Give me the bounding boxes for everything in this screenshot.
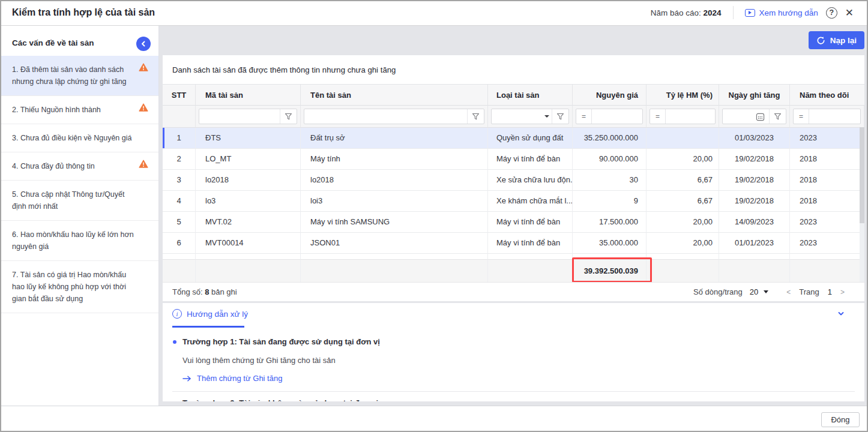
filter-funnel-icon[interactable] bbox=[467, 109, 484, 124]
bullet-icon bbox=[173, 340, 176, 344]
filter-cell-ma bbox=[196, 106, 301, 128]
close-icon[interactable]: ✕ bbox=[845, 8, 854, 18]
table-row-5[interactable]: 5MVT.02Máy vi tính SAMSUNGMáy vi tính để… bbox=[163, 212, 864, 233]
table-row-1[interactable]: 1ĐTSĐất trụ sởQuyền sử dụng đất35.250.00… bbox=[163, 128, 864, 149]
filter-input-nguyen-gia[interactable] bbox=[592, 109, 642, 124]
cell-nam: 2023 bbox=[790, 233, 864, 254]
cell-loai: Máy vi tính để bàn bbox=[488, 233, 573, 254]
filter-funnel-icon[interactable] bbox=[552, 109, 568, 124]
dropdown-caret-icon[interactable] bbox=[544, 115, 549, 118]
per-page-label: Số dòng/trang bbox=[693, 287, 743, 296]
cell-stt: 5 bbox=[163, 212, 196, 233]
col-header-nguyen-gia[interactable]: Nguyên giá bbox=[573, 85, 646, 106]
filter-cell-ngay bbox=[719, 106, 790, 128]
sidebar-item-4[interactable]: 4. Chưa đầy đủ thông tin bbox=[0, 152, 158, 181]
col-header-nam-theo-doi[interactable]: Năm theo dõi bbox=[790, 85, 864, 106]
filter-funnel-icon[interactable] bbox=[769, 109, 786, 124]
equals-operator[interactable]: = bbox=[650, 109, 666, 124]
cell-stt: 3 bbox=[163, 170, 196, 191]
table-body: 1ĐTSĐất trụ sởQuyền sử dụng đất35.250.00… bbox=[163, 128, 864, 254]
sidebar-item-3[interactable]: 3. Chưa đủ điều kiện về Nguyên giá bbox=[0, 124, 158, 152]
cell-loai: Quyền sử dụng đất bbox=[488, 128, 573, 149]
table-row-4[interactable]: 4lo3loi3Xe khám chữa mắt l...96,6719/02/… bbox=[163, 191, 864, 212]
col-header-ty-le-hm[interactable]: Tỷ lệ HM (%) bbox=[646, 85, 719, 106]
calendar-icon[interactable] bbox=[752, 109, 769, 124]
help-icon[interactable]: ? bbox=[826, 7, 837, 19]
sidebar-item-5[interactable]: 5. Chưa cập nhật Thông tư/Quyết định mới… bbox=[0, 181, 158, 221]
sidebar-item-label: 7. Tài sản có giá trị Hao mòn/khấu hao l… bbox=[12, 271, 126, 303]
cell-ngay: 01/01/2023 bbox=[719, 233, 790, 254]
table-row-2[interactable]: 2LO_MTMáy tínhMáy vi tính để bàn90.000.0… bbox=[163, 149, 864, 170]
table-filter-row: = = = bbox=[163, 106, 864, 128]
warning-icon bbox=[139, 160, 148, 172]
cell-ten: Máy tính bbox=[301, 149, 488, 170]
sidebar-item-label: 4. Chưa đầy đủ thông tin bbox=[12, 162, 95, 170]
cell-nam: 2023 bbox=[790, 128, 864, 149]
cell-gia: 17.500.000 bbox=[573, 212, 646, 233]
cell-nam: 2018 bbox=[790, 149, 864, 170]
table-summary-row: 39.392.500.039 bbox=[163, 259, 864, 282]
filter-cell-ten bbox=[301, 106, 488, 128]
sidebar-item-6[interactable]: 6. Hao mòn/khấu hao lũy kế lớn hơn nguyê… bbox=[0, 221, 158, 261]
cell-gia: 30 bbox=[573, 170, 646, 191]
cell-loai: Máy vi tính để bàn bbox=[488, 212, 573, 233]
filter-input-ngay[interactable] bbox=[723, 109, 752, 124]
filter-funnel-icon[interactable] bbox=[280, 109, 297, 124]
reload-button[interactable]: Nạp lại bbox=[809, 31, 864, 49]
col-header-loai-tai-san[interactable]: Loại tài sản bbox=[488, 85, 573, 106]
filter-input-ten[interactable] bbox=[304, 109, 467, 124]
cell-loai: Máy vi tính để bàn bbox=[488, 149, 573, 170]
prev-page-button[interactable]: < bbox=[786, 288, 791, 296]
next-page-button[interactable]: > bbox=[840, 288, 845, 296]
per-page-caret-icon[interactable] bbox=[764, 290, 768, 293]
asset-table-panel: Danh sách tài sản đã được thêm thông tin… bbox=[163, 55, 864, 301]
table-row-6[interactable]: 6MVT00014JSON01Máy vi tính để bàn35.000.… bbox=[163, 233, 864, 254]
report-year-label: Năm báo cáo: 2024 bbox=[651, 8, 722, 17]
table-row-3[interactable]: 3lo2018lo2018Xe sửa chữa lưu độn...306,6… bbox=[163, 170, 864, 191]
cell-ten: JSON01 bbox=[301, 233, 488, 254]
collapse-sidebar-button[interactable] bbox=[136, 37, 151, 51]
vertical-scrollbar[interactable] bbox=[860, 127, 864, 282]
cell-stt: 2 bbox=[163, 149, 196, 170]
cell-gia: 35.000.000 bbox=[573, 233, 646, 254]
filter-input-nam[interactable] bbox=[809, 109, 860, 124]
cell-ngay: 19/02/2018 bbox=[719, 191, 790, 212]
cell-gia: 90.000.000 bbox=[573, 149, 646, 170]
cell-tyle: 20,00 bbox=[646, 149, 719, 170]
view-guide-link[interactable]: Xem hướng dẫn bbox=[745, 8, 818, 17]
info-icon: i bbox=[172, 309, 182, 319]
filter-input-ma[interactable] bbox=[199, 109, 280, 124]
guidance-tab[interactable]: i Hướng dẫn xử lý bbox=[172, 309, 248, 319]
issues-sidebar: Các vấn đề về tài sản 1. Đã thêm tài sản… bbox=[0, 26, 159, 406]
equals-operator[interactable]: = bbox=[794, 109, 809, 124]
col-header-ten-tai-san[interactable]: Tên tài sản bbox=[301, 85, 488, 106]
cell-gia: 9 bbox=[573, 191, 646, 212]
cell-ma: ĐTS bbox=[196, 128, 301, 149]
cell-ngay: 19/02/2018 bbox=[719, 170, 790, 191]
scrollbar-thumb[interactable] bbox=[860, 127, 864, 223]
sidebar-item-2[interactable]: 2. Thiếu Nguồn hình thành bbox=[0, 96, 158, 124]
cell-ngay: 19/02/2018 bbox=[719, 149, 790, 170]
cell-nam: 2018 bbox=[790, 191, 864, 212]
col-header-ma-tai-san[interactable]: Mã tài sản bbox=[196, 85, 301, 106]
equals-operator[interactable]: = bbox=[576, 109, 592, 124]
guidance-case1: Trường hợp 1: Tài sản đang được sử dụng … bbox=[173, 337, 380, 346]
add-increase-voucher-link[interactable]: Thêm chứng từ Ghi tăng bbox=[182, 374, 282, 383]
sidebar-item-1[interactable]: 1. Đã thêm tài sản vào danh sách nhưng c… bbox=[0, 56, 158, 96]
collapse-guidance-icon[interactable] bbox=[837, 310, 845, 320]
col-header-stt[interactable]: STT bbox=[163, 85, 196, 106]
filter-input-ty-le[interactable] bbox=[666, 109, 715, 124]
cell-stt: 6 bbox=[163, 233, 196, 254]
sidebar-item-7[interactable]: 7. Tài sản có giá trị Hao mòn/khấu hao l… bbox=[0, 261, 158, 313]
table-spacer-row bbox=[163, 254, 864, 259]
filter-cell-nam: = bbox=[790, 106, 864, 128]
close-button[interactable]: Đóng bbox=[821, 412, 860, 427]
video-icon bbox=[745, 9, 755, 17]
dialog-footer: Đóng bbox=[0, 406, 868, 432]
per-page-value[interactable]: 20 bbox=[750, 287, 758, 296]
page-number[interactable]: 1 bbox=[828, 287, 832, 296]
sidebar-item-label: 6. Hao mòn/khấu hao lũy kế lớn hơn nguyê… bbox=[12, 230, 134, 251]
col-header-ngay-ghi-tang[interactable]: Ngày ghi tăng bbox=[719, 85, 790, 106]
cell-tyle: 6,67 bbox=[646, 191, 719, 212]
filter-select-loai[interactable] bbox=[492, 109, 541, 124]
